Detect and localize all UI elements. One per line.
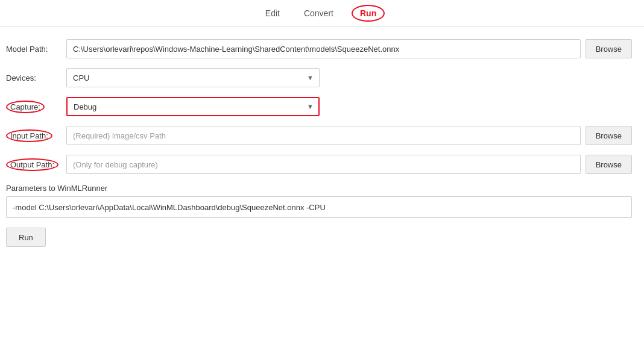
output-path-input[interactable] [66,155,581,174]
devices-select-wrap: CPU GPU NPU ▼ [66,68,320,87]
nav-run[interactable]: Run [352,5,385,22]
main-form: Model Path: Browse Devices: CPU GPU NPU … [0,27,644,259]
params-label: Parameters to WinMLRunner [6,184,632,193]
devices-label-wrap: Devices: [6,73,66,82]
params-input[interactable] [6,196,632,218]
run-button[interactable]: Run [6,228,46,247]
devices-select[interactable]: CPU GPU NPU [66,68,320,87]
input-path-input[interactable] [66,126,581,145]
params-section: Parameters to WinMLRunner [6,184,632,218]
input-path-row: Input Path: Browse [6,126,632,145]
capture-select-wrap: Debug Performance None ▼ [66,97,320,116]
nav-convert[interactable]: Convert [298,6,339,20]
capture-select[interactable]: Debug Performance None [66,97,320,116]
capture-label-wrap: Capture: [6,101,66,113]
model-path-input[interactable] [66,39,581,58]
top-nav: Edit Convert Run [0,0,644,27]
model-path-row: Model Path: Browse [6,39,632,58]
nav-edit[interactable]: Edit [259,6,286,20]
capture-label: Capture: [6,101,45,113]
model-path-label-wrap: Model Path: [6,45,66,54]
output-path-browse-button[interactable]: Browse [586,155,632,174]
capture-row: Capture: Debug Performance None ▼ [6,97,632,116]
input-path-label-wrap: Input Path: [6,129,66,142]
model-path-label: Model Path: [6,45,66,54]
devices-label: Devices: [6,73,66,82]
input-path-label: Input Path: [6,129,52,142]
input-path-browse-button[interactable]: Browse [586,126,632,145]
output-path-row: Output Path: Browse [6,155,632,174]
model-path-browse-button[interactable]: Browse [586,39,632,58]
output-path-label-wrap: Output Path: [6,158,66,171]
output-path-label: Output Path: [6,158,58,171]
devices-row: Devices: CPU GPU NPU ▼ [6,68,632,87]
